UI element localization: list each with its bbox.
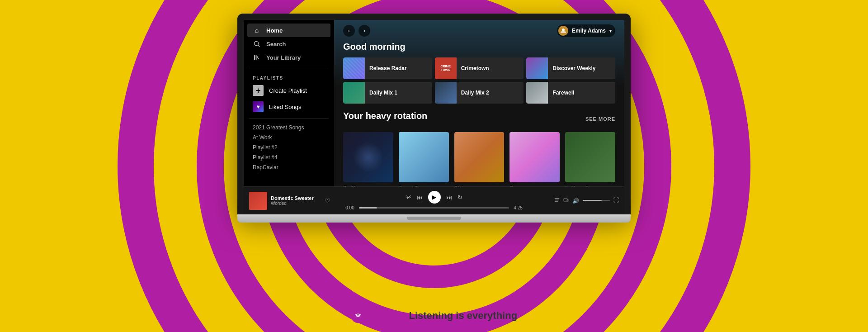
main-content: ‹ › Emily Adams bbox=[334, 20, 624, 186]
playlist-item-4[interactable]: RapCaviar bbox=[244, 162, 334, 172]
runaway-thumb bbox=[509, 132, 560, 182]
current-time: 0:00 bbox=[344, 205, 356, 210]
heart-gradient-icon: ♥ bbox=[253, 101, 264, 112]
playlist-item-1[interactable]: At Work bbox=[244, 133, 334, 142]
volume-icon: 🔊 bbox=[572, 198, 579, 204]
now-playing-thumb bbox=[249, 192, 267, 210]
create-playlist-button[interactable]: + Create Playlist bbox=[244, 82, 334, 99]
crimetown-thumb: CRIMETOWN bbox=[435, 57, 457, 79]
sidebar-item-library[interactable]: Your Library bbox=[247, 51, 330, 64]
rotation-section: Your heavy rotation SEE MORE Be Happy Ge… bbox=[334, 111, 624, 186]
branding-tagline: Listening is everything bbox=[409, 310, 517, 322]
discover-weekly-thumb bbox=[526, 57, 548, 79]
quick-label-daily-mix-2: Daily Mix 2 bbox=[461, 90, 489, 96]
create-playlist-label: Create Playlist bbox=[269, 87, 307, 94]
rotation-header: Your heavy rotation SEE MORE bbox=[343, 111, 615, 127]
greeting-title: Good morning bbox=[343, 42, 615, 52]
daily-mix-2-thumb bbox=[435, 82, 457, 104]
laptop-notch bbox=[407, 217, 461, 220]
svg-rect-2 bbox=[254, 55, 255, 60]
shuffle-button[interactable] bbox=[406, 194, 411, 200]
liked-songs-label: Liked Songs bbox=[269, 104, 302, 110]
playlist-item-0[interactable]: 2021 Greatest Songs bbox=[244, 123, 334, 133]
quick-item-discover-weekly[interactable]: Discover Weekly bbox=[526, 57, 615, 79]
sidebar-home-label: Home bbox=[266, 27, 283, 34]
quick-item-crimetown[interactable]: CRIMETOWN Crimetown bbox=[435, 57, 524, 79]
user-avatar bbox=[558, 26, 568, 36]
previous-button[interactable]: ⏮ bbox=[417, 194, 423, 201]
now-playing-title: Domestic Sweater bbox=[271, 195, 321, 201]
quick-label-farewell: Farewell bbox=[552, 90, 574, 96]
rotation-item-some-days[interactable]: Some Days Ira Wolf bbox=[399, 132, 449, 186]
release-radar-thumb bbox=[343, 57, 365, 79]
spotify-circle-icon bbox=[351, 308, 365, 323]
greeting-section: Good morning Release Radar CRIMETOW bbox=[334, 42, 624, 111]
svg-rect-5 bbox=[555, 198, 559, 199]
home-icon: ⌂ bbox=[253, 26, 261, 34]
quick-label-discover-weekly: Discover Weekly bbox=[552, 65, 595, 71]
library-icon bbox=[253, 53, 261, 62]
quick-label-release-radar: Release Radar bbox=[369, 65, 407, 71]
queue-button[interactable] bbox=[554, 197, 560, 204]
laptop-screen: ⌂ Home Search bbox=[244, 20, 624, 214]
liked-songs-button[interactable]: ♥ Liked Songs bbox=[244, 99, 334, 115]
now-playing-info: Domestic Sweater Worded bbox=[271, 195, 321, 206]
now-playing-artist: Worded bbox=[271, 201, 321, 206]
sidebar-item-search[interactable]: Search bbox=[247, 37, 330, 51]
quick-item-farewell[interactable]: Farewell bbox=[526, 82, 615, 104]
search-icon bbox=[253, 40, 261, 48]
nav-back-button[interactable]: ‹ bbox=[343, 25, 355, 37]
see-more-button[interactable]: SEE MORE bbox=[585, 116, 615, 122]
progress-fill bbox=[359, 207, 377, 209]
spotify-branding: Spotify™ Listening is everything bbox=[351, 308, 517, 323]
rotation-item-chime[interactable]: Chime Alan Gogoll bbox=[454, 132, 505, 186]
repeat-button[interactable]: ↻ bbox=[458, 194, 462, 201]
spotify-app: ⌂ Home Search bbox=[244, 20, 624, 214]
now-playing-bar: Domestic Sweater Worded ♡ ⏮ bbox=[244, 186, 624, 214]
player-controls: ⏮ ▶ ⏭ ↻ 0:00 4:25 bbox=[334, 191, 534, 210]
playlist-item-3[interactable]: Playlist #4 bbox=[244, 152, 334, 162]
svg-line-1 bbox=[258, 45, 260, 47]
svg-rect-3 bbox=[256, 55, 257, 60]
main-area: ⌂ Home Search bbox=[244, 20, 624, 186]
be-happy-thumb bbox=[343, 132, 393, 182]
progress-bar-container: 0:00 4:25 bbox=[344, 205, 524, 210]
nav-forward-button[interactable]: › bbox=[359, 25, 370, 37]
farewell-thumb bbox=[526, 82, 548, 104]
quick-label-daily-mix-1: Daily Mix 1 bbox=[369, 90, 397, 96]
sidebar-item-home[interactable]: ⌂ Home bbox=[247, 24, 330, 37]
rotation-title: Your heavy rotation bbox=[343, 111, 427, 121]
rotation-item-in-your-car[interactable]: In Your Car No Aloha bbox=[565, 132, 615, 186]
user-name: Emily Adams bbox=[572, 28, 606, 34]
sidebar-divider-2 bbox=[249, 119, 329, 119]
in-your-car-thumb bbox=[565, 132, 615, 182]
play-pause-button[interactable]: ▶ bbox=[428, 191, 441, 204]
right-controls: 🔊 bbox=[538, 197, 619, 204]
total-time: 4:25 bbox=[512, 205, 524, 210]
quick-label-crimetown: Crimetown bbox=[461, 65, 489, 71]
like-button[interactable]: ♡ bbox=[325, 197, 330, 204]
next-button[interactable]: ⏭ bbox=[446, 194, 452, 201]
rotation-item-be-happy[interactable]: Be Happy Gene Evaro Jr. bbox=[343, 132, 393, 186]
user-menu[interactable]: Emily Adams ▾ bbox=[557, 24, 615, 37]
quick-access-grid: Release Radar CRIMETOWN Crimetown bbox=[343, 57, 615, 104]
playlist-item-2[interactable]: Playlist #2 bbox=[244, 142, 334, 152]
svg-point-10 bbox=[354, 312, 362, 320]
laptop-bezel: ⌂ Home Search bbox=[237, 14, 631, 214]
dropdown-arrow-icon: ▾ bbox=[609, 28, 612, 33]
quick-item-daily-mix-1[interactable]: Daily Mix 1 bbox=[343, 82, 432, 104]
volume-bar[interactable] bbox=[583, 200, 610, 201]
chime-thumb bbox=[454, 132, 505, 182]
devices-button[interactable] bbox=[563, 197, 569, 204]
rotation-item-runaway[interactable]: Runaway Beast Coast bbox=[509, 132, 560, 186]
sidebar-nav: ⌂ Home Search bbox=[244, 24, 334, 64]
sidebar-library-label: Your Library bbox=[266, 54, 301, 61]
quick-item-daily-mix-2[interactable]: Daily Mix 2 bbox=[435, 82, 524, 104]
now-playing-track: Domestic Sweater Worded ♡ bbox=[249, 192, 330, 210]
progress-track[interactable] bbox=[359, 207, 509, 209]
quick-item-release-radar[interactable]: Release Radar bbox=[343, 57, 432, 79]
fullscreen-button[interactable] bbox=[613, 197, 619, 204]
rotation-grid: Be Happy Gene Evaro Jr. Some Days Ira Wo… bbox=[343, 132, 615, 186]
sidebar-search-label: Search bbox=[266, 41, 286, 47]
volume-fill bbox=[583, 200, 602, 201]
